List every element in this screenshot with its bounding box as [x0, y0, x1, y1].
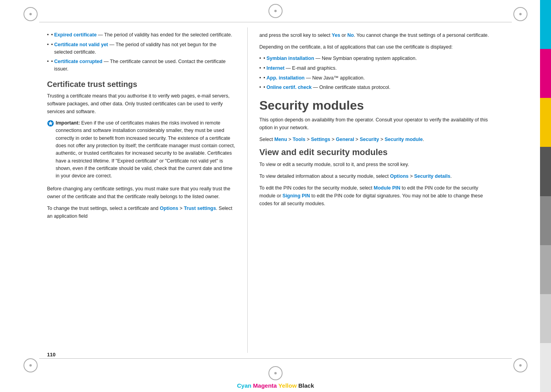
- cmyk-yellow: Yellow: [278, 382, 297, 389]
- general-link[interactable]: General: [336, 137, 354, 142]
- app-bullets: • Symbian installation — New Symbian ope…: [259, 55, 492, 91]
- content-area: • Expired certificate — The period of va…: [47, 27, 492, 353]
- view-edit-body1: To view or edit a security module, scrol…: [259, 161, 492, 168]
- cert-body3: To change the trust settings, select a c…: [47, 204, 236, 220]
- dark-strip-1: [540, 147, 551, 196]
- color-strips: [540, 0, 551, 392]
- view-edit-body3: To edit the PIN codes for the security m…: [259, 184, 492, 208]
- cert-body2: Before changing any certificate settings…: [47, 185, 236, 201]
- corrupted-link[interactable]: Certificate corrupted: [54, 59, 102, 64]
- options-link-r[interactable]: Options: [390, 173, 408, 179]
- symbian-text: — New Symbian operating system applicati…: [314, 56, 417, 61]
- gt5: >: [379, 137, 384, 142]
- no-link: No: [347, 33, 354, 38]
- view-edit-body2-pre: To view detailed information about a sec…: [259, 173, 390, 179]
- reg-mark-top-left: [24, 7, 38, 21]
- cmyk-magenta: Magenta: [253, 382, 277, 389]
- expired-cert-link[interactable]: Expired certificate: [54, 32, 96, 38]
- view-edit-body2: To view detailed information about a sec…: [259, 172, 492, 180]
- yellow-strip: [540, 98, 551, 147]
- body3-mid: >: [178, 206, 184, 211]
- light-strip: [540, 343, 551, 392]
- magenta-strip: [540, 49, 551, 98]
- settings-link[interactable]: Settings: [311, 137, 330, 142]
- menu-link[interactable]: Menu: [274, 137, 287, 142]
- dark-strip-2: [540, 196, 551, 245]
- important-icon: [47, 120, 54, 128]
- error-bullets: • Expired certificate — The period of va…: [47, 31, 236, 73]
- cert-trust-heading: Certificate trust settings: [47, 80, 236, 89]
- bullet-symbian: • Symbian installation — New Symbian ope…: [259, 55, 492, 62]
- cert-trust-body1: Trusting a certificate means that you au…: [47, 92, 236, 116]
- body3-pre: To change the trust settings, select a c…: [47, 206, 160, 211]
- gt4: >: [354, 137, 360, 142]
- reg-mark-top-center: [268, 4, 283, 18]
- options-link[interactable]: Options: [160, 206, 178, 211]
- signing-pin-link[interactable]: Signing PIN: [283, 193, 310, 199]
- symbian-link[interactable]: Symbian installation: [266, 56, 314, 61]
- online-certif-text: — Online certificate status protocol.: [312, 85, 390, 90]
- module-pin-link[interactable]: Module PIN: [374, 185, 401, 191]
- bullet-app-install: • App. installation — New Java™ applicat…: [259, 74, 492, 82]
- security-link[interactable]: Security: [360, 137, 379, 142]
- left-column: • Expired certificate — The period of va…: [47, 27, 247, 353]
- trust-settings-link[interactable]: Trust settings: [184, 206, 216, 211]
- gt1: >: [287, 137, 293, 142]
- tools-link[interactable]: Tools: [293, 137, 305, 142]
- internet-text: — E-mail and graphics.: [285, 65, 337, 71]
- security-details-link[interactable]: Security details: [414, 173, 450, 179]
- dark-strip-4: [540, 294, 551, 343]
- important-body: Even if the use of certificates makes th…: [56, 120, 235, 179]
- bullet-corrupted: • Certificate corrupted — The certificat…: [47, 58, 236, 73]
- dark-strip-3: [540, 245, 551, 294]
- bullet-internet: • Internet — E-mail and graphics.: [259, 65, 492, 72]
- security-modules-heading: Security modules: [259, 98, 492, 113]
- page: 110 • Expired certificate — The period o…: [0, 0, 551, 392]
- important-label: Important:: [56, 120, 80, 126]
- app-install-link[interactable]: App. installation: [266, 75, 304, 81]
- reg-mark-bottom-center: [268, 366, 283, 380]
- important-text: Important: Even if the use of certificat…: [56, 119, 236, 180]
- bullet-expired: • Expired certificate — The period of va…: [47, 31, 236, 39]
- right-col-inner: and press the scroll key to select Yes o…: [252, 31, 492, 208]
- cmyk-cyan: Cyan: [237, 382, 252, 389]
- online-certif-link[interactable]: Online certif. check: [266, 85, 312, 90]
- reg-mark-top-right: [513, 7, 527, 21]
- right-column: and press the scroll key to select Yes o…: [248, 27, 492, 353]
- bottom-rule: [39, 358, 512, 359]
- top-rule: [39, 22, 512, 22]
- cmyk-black: Black: [298, 382, 314, 389]
- gt3: >: [330, 137, 336, 142]
- cyan-strip: [540, 0, 551, 49]
- security-modules-body2: Select Menu > Tools > Settings > General…: [259, 135, 492, 143]
- app-install-text: — New Java™ application.: [304, 75, 365, 81]
- reg-mark-bottom-right: [513, 358, 527, 372]
- yes-link: Yes: [332, 33, 341, 38]
- gt6: >: [408, 173, 414, 179]
- expired-cert-text: — The period of validity has ended for t…: [97, 32, 232, 38]
- cmyk-footer: Cyan Magenta Yellow Black: [237, 382, 314, 389]
- gt2: >: [305, 137, 311, 142]
- select-pre: Select: [259, 137, 274, 142]
- security-module-link[interactable]: Security module: [384, 137, 422, 142]
- bullet-online-certif: • Online certif. check — Online certific…: [259, 84, 492, 91]
- reg-mark-bottom-left: [24, 358, 38, 372]
- internet-link[interactable]: Internet: [266, 65, 285, 71]
- right-body2: Depending on the certificate, a list of …: [259, 43, 492, 51]
- security-modules-body1: This option depends on availability from…: [259, 116, 492, 132]
- view-edit-body3-pre: To edit the PIN codes for the security m…: [259, 185, 374, 191]
- view-edit-heading: View and edit security modules: [259, 147, 492, 157]
- right-body-top: and press the scroll key to select Yes o…: [259, 31, 492, 39]
- not-valid-link[interactable]: Certificate not valid yet: [54, 42, 108, 47]
- important-notice: Important: Even if the use of certificat…: [47, 119, 236, 180]
- bullet-not-valid: • Certificate not valid yet — The period…: [47, 41, 236, 56]
